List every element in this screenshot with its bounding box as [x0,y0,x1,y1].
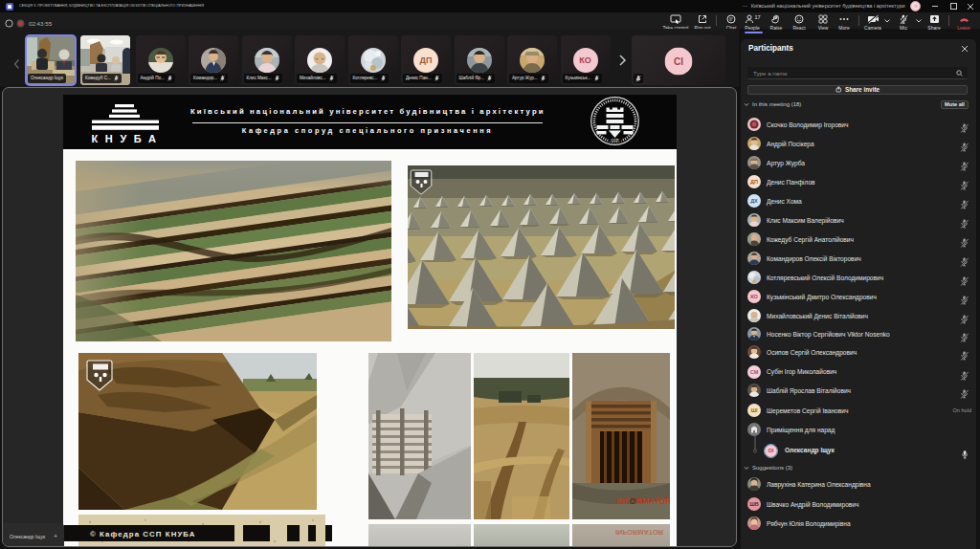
svg-text:INFORMATOR: INFORMATOR [616,497,670,506]
svg-text:КНУБА: КНУБА [92,133,162,144]
svg-text:ССП: ССП [612,139,619,143]
